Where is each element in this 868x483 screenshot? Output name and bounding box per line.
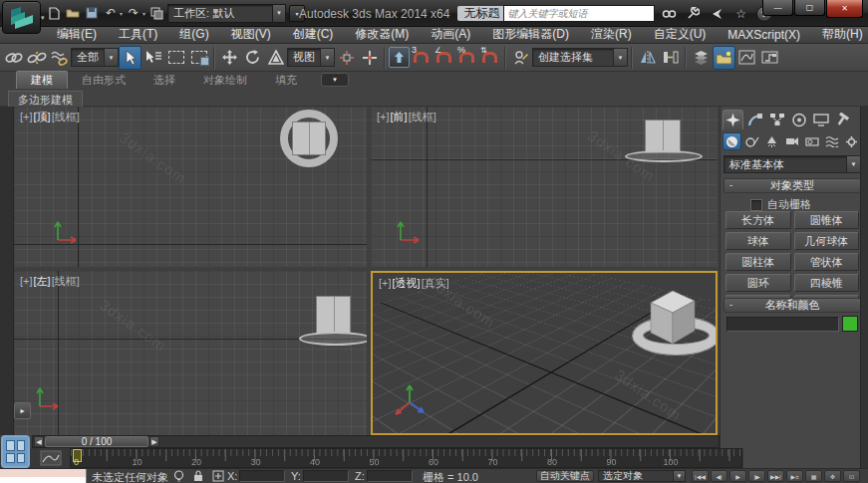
viewport-name[interactable]: [前]: [391, 111, 408, 122]
viewport-top[interactable]: [+][顶][线框]: [14, 107, 367, 267]
align-icon[interactable]: [659, 46, 682, 70]
ribbon-tab[interactable]: 建模: [16, 71, 68, 89]
key-mode-toggle-button[interactable]: ▶±: [786, 470, 803, 482]
menu-item[interactable]: 图形编辑器(D): [481, 25, 580, 44]
name-color-rollout-header[interactable]: - 名称和颜色: [723, 298, 861, 313]
dropdown-arrow-icon[interactable]: ▼: [320, 49, 334, 66]
command-panel-scrollbar[interactable]: [860, 107, 868, 468]
subscription-wrench-icon[interactable]: [685, 6, 703, 22]
tab-hierarchy[interactable]: [766, 110, 787, 129]
open-mini-curve-editor-icon[interactable]: [40, 450, 62, 466]
workspace-icon[interactable]: [148, 5, 164, 21]
y-coordinate-field[interactable]: [303, 470, 349, 482]
viewport-left[interactable]: [+][左][线框]: [14, 271, 367, 435]
trackbar-ruler[interactable]: 0 102030405060708090100: [70, 448, 742, 468]
previous-frame-arrow[interactable]: ◀: [34, 436, 44, 447]
box-top-view[interactable]: [292, 121, 326, 155]
time-slider-handle[interactable]: 0 / 100: [45, 436, 148, 447]
viewport-shading[interactable]: [线框]: [409, 111, 436, 122]
tab-utilities[interactable]: [832, 110, 853, 129]
torus-front-view[interactable]: [625, 150, 703, 162]
search-input[interactable]: [503, 5, 655, 22]
graphite-ribbon-toggle-button[interactable]: [713, 46, 735, 70]
x-coordinate-field[interactable]: [239, 470, 285, 482]
dropdown-arrow-icon[interactable]: ▼: [846, 156, 860, 172]
tab-modify[interactable]: [744, 110, 765, 129]
lights-icon[interactable]: [762, 132, 781, 150]
auto-key-button[interactable]: 自动关键点: [536, 470, 594, 482]
go-to-start-button[interactable]: |◀◀: [692, 470, 709, 482]
dropdown-arrow-icon[interactable]: ▼: [613, 49, 627, 66]
cameras-icon[interactable]: [782, 132, 801, 150]
mirror-icon[interactable]: [636, 46, 659, 70]
redo-icon[interactable]: ↷: [126, 5, 142, 21]
menu-item[interactable]: 自定义(U): [643, 25, 718, 44]
select-and-scale-icon[interactable]: [264, 46, 287, 70]
object-type-button[interactable]: 长方体: [725, 211, 791, 229]
favorites-star-icon[interactable]: ☆: [732, 6, 750, 22]
ribbon-tab[interactable]: 选择: [140, 72, 189, 89]
primitive-category-dropdown[interactable]: 标准基本体 ▼: [723, 155, 861, 173]
color-swatch[interactable]: [842, 316, 858, 332]
menu-item[interactable]: 帮助(H): [811, 25, 868, 44]
select-and-manipulate-icon[interactable]: [358, 46, 381, 70]
angle-snap-icon[interactable]: ∠: [433, 46, 455, 70]
space-warps-icon[interactable]: [822, 132, 841, 150]
menu-item[interactable]: 组(G): [168, 25, 219, 44]
app-logo-button[interactable]: [2, 1, 41, 34]
z-coordinate-field[interactable]: [367, 470, 413, 482]
geometry-icon[interactable]: [723, 132, 741, 150]
select-by-name-icon[interactable]: [142, 46, 164, 70]
unlink-selection-icon[interactable]: [25, 46, 48, 70]
maxscript-mini-listener[interactable]: [0, 469, 87, 483]
curve-editor-icon[interactable]: [735, 46, 758, 70]
app-menu-caret-icon[interactable]: ▾: [41, 14, 45, 22]
object-name-field[interactable]: [726, 317, 839, 332]
use-pivot-point-center-icon[interactable]: [335, 46, 358, 70]
time-configuration-button[interactable]: ▦: [805, 470, 822, 482]
snap-toggle-3d-icon[interactable]: 3: [410, 46, 433, 70]
next-frame-button[interactable]: |▶: [748, 470, 765, 482]
viewport-shading[interactable]: [线框]: [52, 275, 80, 287]
viewport-name[interactable]: [左]: [34, 275, 51, 287]
object-type-rollout-header[interactable]: - 对象类型: [723, 178, 861, 193]
menu-item[interactable]: 修改器(M): [344, 25, 420, 44]
dropdown-arrow-icon[interactable]: ▼: [673, 471, 685, 481]
viewport-shading[interactable]: [真实]: [422, 277, 449, 289]
percent-snap-icon[interactable]: %: [455, 46, 478, 70]
menu-item[interactable]: 编辑(E): [46, 25, 108, 44]
torus-left-view[interactable]: [299, 332, 367, 346]
menu-item[interactable]: 工具(T): [108, 25, 168, 44]
ribbon-tab[interactable]: 填充: [261, 72, 311, 89]
object-type-button[interactable]: 球体: [725, 232, 791, 250]
key-filter-dropdown[interactable]: 选定对象 ▼: [598, 470, 686, 482]
redo-caret-icon[interactable]: ▾: [143, 10, 145, 17]
object-type-button[interactable]: 几何球体: [794, 232, 860, 250]
undo-icon[interactable]: ↶: [103, 5, 119, 21]
shapes-icon[interactable]: [742, 132, 761, 150]
object-type-button[interactable]: 四棱锥: [794, 274, 860, 292]
viewport-menu-plus[interactable]: [+]: [20, 275, 33, 287]
autogrid-checkbox[interactable]: [750, 199, 762, 211]
maximize-button[interactable]: ▢: [794, 0, 825, 16]
isolate-bulb-icon[interactable]: [173, 470, 184, 482]
helpers-icon[interactable]: [802, 132, 821, 150]
pan-view-button[interactable]: ✥: [824, 470, 841, 482]
box-left-view[interactable]: [316, 296, 351, 334]
viewport-shading[interactable]: [线框]: [52, 111, 80, 122]
box-front-view[interactable]: [645, 120, 681, 153]
viewport-menu-plus[interactable]: [+]: [379, 277, 392, 289]
object-type-button[interactable]: 圆锥体: [794, 211, 860, 229]
ribbon-tab[interactable]: 对象绘制: [189, 72, 261, 89]
layer-manager-icon[interactable]: [690, 46, 713, 70]
viewport-perspective[interactable]: [+][透视][真实]: [371, 271, 718, 435]
play-button[interactable]: ▶: [729, 470, 746, 482]
previous-frame-button[interactable]: ◀|: [711, 470, 727, 482]
keyboard-shortcut-override-button[interactable]: [389, 47, 410, 68]
open-file-icon[interactable]: [65, 5, 81, 21]
dropdown-arrow-icon[interactable]: ▼: [272, 5, 285, 22]
select-and-rotate-icon[interactable]: [241, 46, 264, 70]
spinner-snap-icon[interactable]: ⇅: [478, 46, 501, 70]
maximize-viewport-button[interactable]: ⊡: [843, 470, 860, 482]
systems-icon[interactable]: [842, 132, 861, 150]
